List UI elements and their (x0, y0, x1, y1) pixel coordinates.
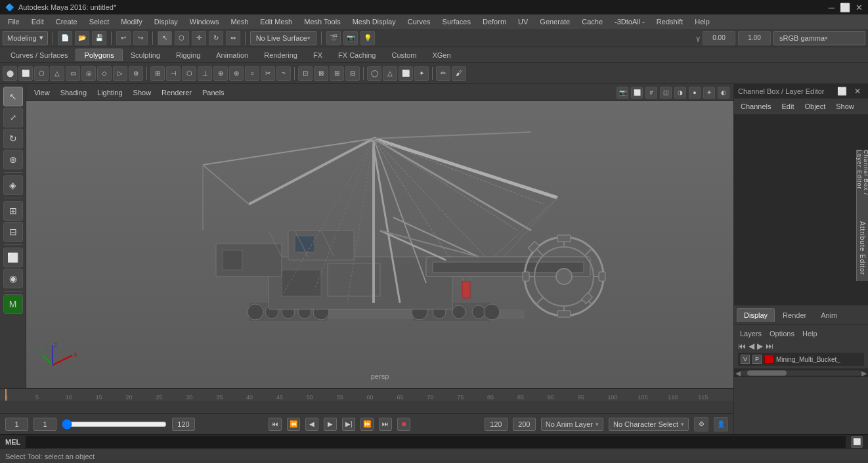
cam-btn[interactable]: 📷 (343, 31, 358, 45)
menu-help[interactable]: Help (689, 16, 715, 27)
redo-btn[interactable]: ↪ (133, 31, 148, 45)
current-frame-input[interactable] (5, 418, 28, 431)
select-loop-btn[interactable]: ⊡ (298, 66, 313, 81)
render-btn[interactable]: ◉ (3, 269, 23, 288)
panels-menu[interactable]: Panels (198, 87, 228, 98)
next-key-btn[interactable]: ⏩ (360, 418, 374, 431)
menu-curves[interactable]: Curves (402, 16, 436, 27)
edge-flow-btn[interactable]: ~ (276, 66, 291, 81)
play-fwd-btn[interactable]: ▶ (324, 418, 337, 431)
multi-cut-btn[interactable]: ✂ (261, 66, 275, 81)
menu-surfaces[interactable]: Surfaces (437, 16, 476, 27)
triangulate-btn[interactable]: △ (383, 66, 397, 81)
menu-edit-mesh[interactable]: Edit Mesh (255, 16, 297, 27)
anim-tab[interactable]: Anim (814, 309, 844, 322)
go-start-btn[interactable]: ⏮ (269, 418, 282, 431)
menu-edit[interactable]: Edit (26, 16, 49, 27)
snap2-btn[interactable]: ⊟ (3, 222, 23, 242)
anim-prefs-btn[interactable]: ⚙ (694, 417, 708, 431)
layer-prev[interactable]: ◀ (749, 342, 754, 351)
viewport[interactable]: View Shading Lighting Show Renderer Pane… (26, 84, 733, 388)
torus-btn[interactable]: ◎ (81, 66, 96, 81)
tab-rigging[interactable]: Rigging (168, 49, 208, 61)
plane-btn[interactable]: ▭ (66, 66, 80, 81)
tab-sculpting[interactable]: Sculpting (123, 49, 168, 61)
scale-tool-btn[interactable]: ⊕ (3, 150, 23, 169)
select-ring-btn[interactable]: ⊠ (314, 66, 328, 81)
new-file-btn[interactable]: 📄 (58, 31, 72, 45)
close-btn[interactable]: ✕ (856, 3, 863, 12)
scroll-left-btn[interactable]: ◀ (735, 369, 741, 378)
workspace-dropdown[interactable]: Modeling ▾ (3, 31, 48, 45)
cmd-result-btn[interactable]: ⬜ (851, 436, 863, 448)
tab-animation[interactable]: Animation (208, 49, 256, 61)
channels-tab[interactable]: Channels (738, 101, 773, 112)
panel-float-btn[interactable]: ⬜ (835, 85, 848, 98)
restore-btn[interactable]: ⬜ (840, 3, 850, 12)
exposure-value[interactable]: 1.00 (738, 31, 771, 45)
undo-btn[interactable]: ↩ (116, 31, 131, 45)
sphere-btn[interactable]: ⬤ (3, 66, 17, 81)
soft-select-btn[interactable]: ◈ (3, 175, 23, 195)
vp-wire-btn[interactable]: ◫ (660, 87, 672, 99)
move-btn[interactable]: ✛ (192, 31, 206, 45)
helix-btn[interactable]: ⊛ (129, 66, 143, 81)
vp-shade-btn[interactable]: ◑ (674, 87, 686, 99)
move-tool-btn[interactable]: ⤢ (3, 108, 23, 127)
attribute-editor-tab[interactable]: Attribute Editor (856, 215, 868, 281)
shrink-sel-btn[interactable]: ⊟ (345, 66, 360, 81)
layer-visibility-btn[interactable]: V (741, 355, 750, 364)
extrude-btn[interactable]: ⊕ (213, 66, 228, 81)
show-tab[interactable]: Show (833, 101, 857, 112)
vp-shade2-btn[interactable]: ● (689, 87, 701, 99)
cleanup-btn[interactable]: ✦ (414, 66, 429, 81)
layers-scrollbar[interactable]: ◀ ▶ (734, 369, 868, 377)
menu-create[interactable]: Create (51, 16, 83, 27)
paint-btn[interactable]: 🖌 (452, 66, 466, 81)
menu-display[interactable]: Display (149, 16, 183, 27)
menu-cache[interactable]: Cache (576, 16, 608, 27)
lighting-menu[interactable]: Lighting (93, 87, 127, 98)
open-file-btn[interactable]: 📂 (75, 31, 89, 45)
timeline-ruler[interactable]: 1510152025303540455055606570758085909510… (0, 389, 733, 401)
prism-btn[interactable]: ◇ (97, 66, 112, 81)
rotate-btn[interactable]: ↻ (209, 31, 223, 45)
mirror-btn[interactable]: ⊣ (166, 66, 181, 81)
tab-xgen[interactable]: XGen (424, 49, 458, 61)
layers-menu[interactable]: Layers (738, 329, 764, 338)
lasso-btn[interactable]: ⬡ (175, 31, 189, 45)
scroll-right-btn[interactable]: ▶ (861, 369, 867, 378)
titlebar-controls[interactable]: ─ ⬜ ✕ (829, 3, 863, 12)
menu-select[interactable]: Select (84, 16, 115, 27)
shading-menu[interactable]: Shading (56, 87, 91, 98)
gamma-value[interactable]: 0.00 (703, 31, 735, 45)
snap-btn[interactable]: ⊞ (3, 201, 23, 221)
timeline-range-slider[interactable] (62, 418, 167, 430)
anim-layer-dropdown[interactable]: No Anim Layer ▾ (541, 418, 603, 431)
options-menu[interactable]: Options (768, 329, 796, 338)
renderer-menu[interactable]: Renderer (158, 87, 196, 98)
show-menu[interactable]: Show (129, 87, 156, 98)
tab-polygons[interactable]: Polygons (76, 49, 122, 61)
menu-deform[interactable]: Deform (477, 16, 511, 27)
view-menu[interactable]: View (30, 87, 54, 98)
go-end-btn[interactable]: ⏭ (379, 418, 392, 431)
vp-light-btn[interactable]: ☀ (703, 87, 715, 99)
channel-box-side-tab[interactable]: Channel Box / Layer Editor (856, 150, 868, 215)
merge-btn[interactable]: ⊛ (229, 66, 244, 81)
live-surface[interactable]: No Live Surface ▾ (250, 31, 316, 45)
layer-skip-end[interactable]: ⏭ (766, 342, 773, 351)
anim-end-input[interactable] (485, 418, 508, 431)
layer-next[interactable]: ▶ (757, 342, 763, 351)
scrollbar-thumb[interactable] (747, 370, 787, 376)
scale-btn[interactable]: ⇔ (226, 31, 240, 45)
menu-generate[interactable]: Generate (534, 16, 575, 27)
layer-color-swatch[interactable] (764, 355, 773, 364)
display-btn[interactable]: ⬜ (3, 248, 23, 267)
scrollbar-track[interactable] (741, 370, 861, 376)
cube-btn[interactable]: ⬜ (18, 66, 33, 81)
help-menu[interactable]: Help (800, 329, 819, 338)
fill-hole-btn[interactable]: ○ (245, 66, 259, 81)
menu-windows[interactable]: Windows (184, 16, 225, 27)
menu-redshift[interactable]: Redshift (651, 16, 688, 27)
